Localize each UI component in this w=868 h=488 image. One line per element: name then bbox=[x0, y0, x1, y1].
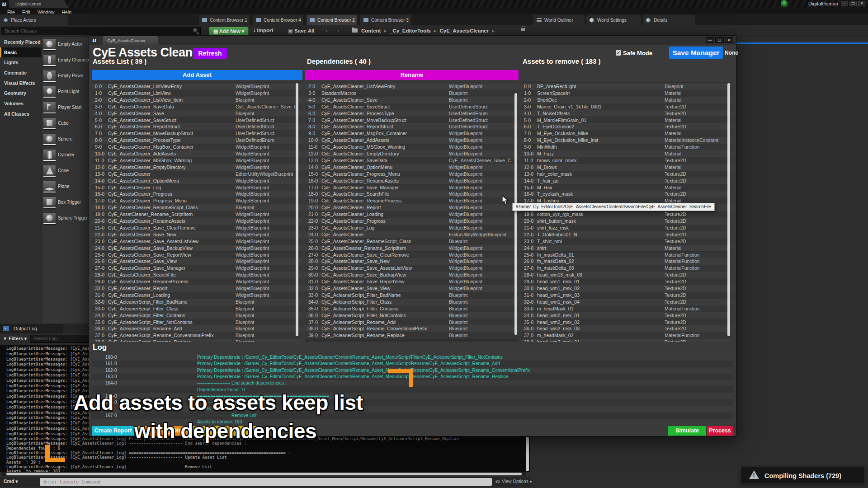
dependencies-scrollbar[interactable] bbox=[514, 93, 517, 335]
list-row[interactable]: 29-0CyE_AssetsCleaner_RenameProcessWidge… bbox=[92, 278, 302, 285]
dependencies-list[interactable]: 1-0CyE_AssetsCleaner_ListViewWidgetBluep… bbox=[305, 82, 519, 342]
list-row[interactable]: 8-0CyE_AssetsCleaner_ReportStructUserDef… bbox=[305, 123, 519, 130]
category-lights[interactable]: Lights bbox=[0, 57, 41, 68]
list-row[interactable]: 37-0m_headMask_02MaterialFunction bbox=[521, 332, 731, 339]
tab-content-browser-2[interactable]: Content Browser 2 bbox=[307, 15, 357, 25]
list-row[interactable]: 29-0CyE_AssetsCleaner_Save_AssetsListVie… bbox=[305, 265, 519, 272]
place-item-cube[interactable]: Cube bbox=[42, 117, 89, 133]
list-row[interactable]: 31-0CyE_AssetsCleaner_Save_ReportViewWid… bbox=[305, 278, 519, 285]
list-row[interactable]: 5-0CyE_AssetsCleaner_SaveStructUserDefin… bbox=[92, 117, 302, 124]
category-visual-effects[interactable]: Visual Effects bbox=[0, 78, 41, 89]
list-row[interactable]: 12-0M_BrowsMaterial bbox=[521, 164, 731, 171]
tab-details[interactable]: Details bbox=[643, 15, 695, 25]
list-row[interactable]: 22-0CyE_AssetsCleaner_ProgressWidgetBlue… bbox=[305, 218, 519, 225]
list-row[interactable]: 36-0CyE_AcleanerScript_Filter_NotContain… bbox=[305, 312, 519, 319]
list-row[interactable]: 4-0CyE_AssetsCleaner_SaveBlueprint bbox=[305, 97, 519, 103]
list-row[interactable]: 27-0fn_maskDelta_03MaterialFunction bbox=[521, 265, 731, 272]
list-row[interactable]: 1-0ScreenSpaceIrrMaterial bbox=[521, 90, 731, 97]
view-options-button[interactable]: View Options ▾ bbox=[495, 479, 532, 484]
list-row[interactable]: 11-0brows_color_maskTexture2D bbox=[521, 157, 731, 164]
list-row[interactable]: 10-0CyE_AssetsCleaner_AddAssetsWidgetBlu… bbox=[305, 137, 519, 144]
list-row[interactable]: 26-0CyE_AssetCleaner_Rename_ScriptItemWi… bbox=[305, 245, 519, 252]
console-command-input[interactable]: Enter Console Command bbox=[40, 478, 492, 486]
list-row[interactable]: 38-0head_wm3_msk_01Texture2D bbox=[521, 339, 731, 342]
list-row[interactable]: 14-0CyE_AssetsCleaner_OptionMenuWidgetBl… bbox=[92, 178, 302, 184]
list-row[interactable]: 30-0CyE_AssetsCleaner_Save_BackupViewWid… bbox=[305, 272, 519, 278]
list-row[interactable]: 5-0M_MarcieFilmGrain_01Material bbox=[521, 117, 731, 124]
window-minimize-button[interactable]: — bbox=[706, 37, 714, 43]
tab-content-browser-1[interactable]: Content Browser 1 bbox=[199, 15, 250, 25]
log-row[interactable]: 160-0Primary Dependencie : /Game/_Cy_Edi… bbox=[92, 354, 733, 361]
list-row[interactable]: 19-0CyE_AssetsCleaner_RenameProcessWidge… bbox=[305, 197, 519, 204]
list-row[interactable]: 7-0M_Eye_Occlusion_MikeMaterial bbox=[521, 130, 731, 137]
list-row[interactable]: 31-0head_wm1_msk_03Texture2D bbox=[521, 292, 731, 299]
search-classes-input[interactable]: Search Classes bbox=[1, 27, 201, 35]
tab-place-actors[interactable]: Place Actors bbox=[0, 15, 68, 25]
list-row[interactable]: 17-0CyE_AssetsCleaner_Save_ManagerWidget… bbox=[305, 184, 519, 191]
close-button[interactable]: ✕ bbox=[858, 1, 865, 6]
place-item-point-light[interactable]: Point Light bbox=[42, 85, 89, 101]
list-row[interactable]: 11-0CyE_AssetsCleaner_MSGbox_WarningWidg… bbox=[92, 157, 302, 164]
window-close-button[interactable]: ✕ bbox=[725, 37, 733, 43]
list-row[interactable]: 30-0CyE_AssetsCleaner_ReportWidgetBluepr… bbox=[92, 285, 302, 292]
list-row[interactable]: 32-0CyE_AcleanerScript_Filter_BadNameBlu… bbox=[92, 299, 302, 305]
list-row[interactable]: 25-0fn_maskDelta_01MaterialFunction bbox=[521, 252, 731, 258]
place-item-empty-actor[interactable]: Empty Actor bbox=[42, 38, 89, 54]
list-row[interactable]: 14-0T_hair_aoTexture2D bbox=[521, 178, 731, 184]
list-row[interactable]: 14-0CyE_AssetsCleaner_OptionMenuWidgetBl… bbox=[305, 164, 519, 171]
list-row[interactable]: 9-0CyE_AssetsCleaner_MsgBox_ContainerWid… bbox=[92, 144, 302, 150]
list-row[interactable]: 0-0CyE_AssetsCleaner_ListViewEntryWidget… bbox=[92, 83, 302, 90]
list-row[interactable]: 37-0CyE_AcleanerScript_Rename_Convention… bbox=[92, 332, 302, 339]
save-manager-button[interactable]: Save Manager bbox=[669, 47, 723, 59]
place-item-box-trigger[interactable]: Box Trigger bbox=[42, 196, 89, 212]
app-tab[interactable]: DigitalHuman bbox=[9, 0, 69, 8]
place-item-sphere-trigger[interactable]: Sphere Trigger bbox=[42, 212, 89, 228]
list-row[interactable]: 22-0CyE_AssetsCleaner_Save_NewWidgetBlue… bbox=[92, 231, 302, 238]
list-row[interactable]: 4-0T_NoiseOffsetsTexture2D bbox=[521, 110, 731, 117]
category-volumes[interactable]: Volumes bbox=[0, 99, 41, 109]
list-row[interactable]: 19-0cotton_xyz_rgb_maskTexture2D bbox=[521, 211, 731, 218]
list-row[interactable]: 34-0head_wm2_msk_01Texture2D bbox=[521, 312, 731, 319]
tab-content-browser-3[interactable]: Content Browser 3 bbox=[360, 15, 411, 25]
add-new-button[interactable]: ▤ Add New ▾ bbox=[209, 27, 249, 36]
list-row[interactable]: 34-0CyE_AcleanerScript_Filter_ClassBluep… bbox=[305, 299, 519, 305]
list-row[interactable]: 10-0M_FuzzMaterial bbox=[521, 150, 731, 157]
log-row[interactable]: 161-0Primary Dependencie : /Game/_Cy_Edi… bbox=[92, 361, 733, 367]
list-row[interactable]: 20-0shirt_button_maskTexture2D bbox=[521, 218, 731, 225]
list-row[interactable]: 23-0CyE_AssetsCleaner_Save_AssetsListVie… bbox=[92, 238, 302, 245]
category-basic[interactable]: Basic bbox=[0, 47, 41, 58]
tab-world-settings[interactable]: World Settings bbox=[586, 15, 641, 25]
breadcrumb[interactable]: Content▸_Cy_EditorTools▸CyE_AssetsCleane… bbox=[352, 28, 498, 34]
list-row[interactable]: 19-0CyE_AssetCleaner_Rename_ScriptItemWi… bbox=[92, 211, 302, 218]
list-row[interactable]: 8-0CyE_AssetsCleaner_ProcessTypeUserDefi… bbox=[92, 137, 302, 144]
list-row[interactable]: 37-0CyE_AcleanerScript_Rename_AddBluepri… bbox=[305, 319, 519, 326]
list-row[interactable]: 36-0CyE_AcleanerScript_Rename_AddBluepri… bbox=[92, 325, 302, 332]
list-row[interactable]: 28-0head_wm13_msk_03Texture2D bbox=[521, 272, 731, 278]
list-row[interactable]: 7-0CyE_AssetsCleaner_MoveBackupStructUse… bbox=[92, 130, 302, 137]
create-report-button[interactable]: Create Report bbox=[92, 426, 134, 436]
list-row[interactable]: 9-0MinWidthMaterialFunction bbox=[521, 144, 731, 150]
assets-to-remove-list[interactable]: 0-0BP_AreaRectLightBlueprint1-0ScreenSpa… bbox=[521, 82, 731, 342]
assets-to-remove-scrollbar[interactable] bbox=[727, 83, 730, 336]
category-geometry[interactable]: Geometry bbox=[0, 88, 41, 99]
list-row[interactable]: 20-0CyE_AssetsCleaner_RenameAssetsWidget… bbox=[92, 218, 302, 225]
place-item-cylinder[interactable]: Cylinder bbox=[42, 149, 89, 164]
list-row[interactable]: 15-0M_HairMaterial bbox=[521, 184, 731, 191]
simulate-button[interactable]: Simulate bbox=[668, 426, 706, 436]
list-row[interactable]: 30-0head_wm1_msk_02Texture2D bbox=[521, 285, 731, 292]
list-row[interactable]: 33-0CyE_AcleanerScript_Filter_ClassBluep… bbox=[92, 305, 302, 312]
rename-button[interactable]: Rename bbox=[305, 70, 519, 80]
place-item-player-start[interactable]: Player Start bbox=[42, 101, 89, 117]
list-row[interactable]: 28-0CyE_AssetsCleaner_Save_NewWidgetBlue… bbox=[305, 258, 519, 265]
breadcrumb-Content[interactable]: Content bbox=[361, 28, 381, 33]
list-row[interactable]: 3-0CyE_AssetsCleaner_SaveDataCyE_AssetsC… bbox=[92, 103, 302, 110]
save-all-button[interactable]: ▣ Save All bbox=[288, 28, 314, 34]
place-item-cone[interactable]: Cone bbox=[42, 164, 89, 180]
place-item-empty-character[interactable]: Empty Character bbox=[42, 54, 89, 70]
place-item-empty-pawn[interactable]: Empty Pawn bbox=[42, 70, 89, 85]
list-row[interactable]: 4-0CyE_AssetsCleaner_SaveBlueprint bbox=[92, 110, 302, 117]
list-row[interactable]: 6-0T_EyeOcclusion2Texture2D bbox=[521, 123, 731, 130]
list-row[interactable]: 26-0fn_maskDelta_02MaterialFunction bbox=[521, 258, 731, 265]
breadcrumb-_Cy_EditorTools[interactable]: _Cy_EditorTools bbox=[390, 28, 431, 33]
list-row[interactable]: 35-0CyE_AcleanerScript_Filter_ContainsBl… bbox=[305, 305, 519, 312]
